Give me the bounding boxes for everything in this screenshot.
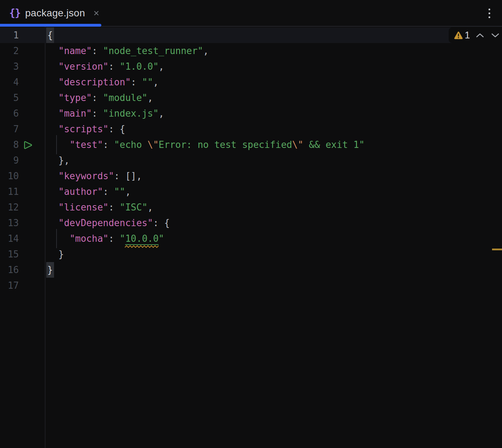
code-text[interactable]: "scripts": {: [47, 121, 125, 137]
inspection-widget: 1: [449, 27, 502, 43]
line-number[interactable]: 1: [0, 27, 19, 43]
warning-triangle-icon[interactable]: [454, 31, 463, 40]
line-number[interactable]: 4: [0, 74, 19, 90]
editor-line-17[interactable]: 17: [0, 278, 502, 293]
line-number[interactable]: 9: [0, 153, 19, 168]
line-number[interactable]: 11: [0, 184, 19, 199]
editor-line-15[interactable]: 15 }: [0, 246, 502, 262]
editor-line-11[interactable]: 11 "author": "",: [0, 184, 502, 199]
token-punct: :: [92, 46, 103, 56]
editor-line-5[interactable]: 5 "type": "module",: [0, 90, 502, 106]
token-ws: [47, 233, 70, 244]
json-file-icon: {}: [9, 8, 21, 18]
editor-line-12[interactable]: 12 "license": "ISC",: [0, 199, 502, 215]
token-esc: \": [148, 139, 159, 150]
run-script-icon[interactable]: [23, 139, 33, 155]
token-punct: :: [103, 139, 114, 150]
tab-close-icon[interactable]: [93, 10, 100, 17]
line-number[interactable]: 16: [0, 262, 19, 278]
token-punct: : [],: [114, 171, 142, 181]
token-punct: :: [108, 61, 119, 72]
code-text[interactable]: }: [47, 262, 54, 278]
code-text[interactable]: "license": "ISC",: [47, 199, 153, 215]
code-text[interactable]: },: [47, 153, 70, 168]
editor-line-16[interactable]: 16}: [0, 262, 502, 278]
line-number[interactable]: 7: [0, 121, 19, 137]
chevron-up-icon[interactable]: [476, 33, 484, 38]
token-str: ": [120, 233, 126, 244]
token-str: "": [114, 186, 125, 197]
scrollbar-warning-marker[interactable]: [492, 249, 502, 250]
code-text[interactable]: "name": "node_test_runner",: [47, 43, 209, 59]
token-key: "main": [58, 108, 92, 119]
line-number[interactable]: 12: [0, 199, 19, 215]
matched-bracket: {: [46, 27, 54, 43]
editor-line-10[interactable]: 10 "keywords": [],: [0, 168, 502, 184]
token-key: "keywords": [58, 171, 114, 181]
token-punct: :: [108, 233, 119, 244]
code-text[interactable]: "devDependencies": {: [47, 215, 170, 231]
editor-line-1[interactable]: 1{: [0, 27, 502, 43]
code-text[interactable]: "type": "module",: [47, 90, 153, 106]
editor-line-9[interactable]: 9 },: [0, 153, 502, 168]
token-str: "module": [103, 92, 148, 103]
line-number[interactable]: 2: [0, 43, 19, 59]
token-key: "description": [58, 77, 131, 87]
token-key: "name": [58, 46, 92, 56]
line-number[interactable]: 3: [0, 59, 19, 74]
tab-title: package.json: [25, 7, 85, 19]
token-str: "ISC": [120, 202, 148, 213]
token-key: "author": [58, 186, 103, 197]
line-number[interactable]: 13: [0, 215, 19, 231]
editor-line-3[interactable]: 3 "version": "1.0.0",: [0, 59, 502, 74]
token-ws: [47, 218, 58, 228]
code-text[interactable]: "description": "",: [47, 74, 159, 90]
chevron-down-icon[interactable]: [491, 33, 499, 38]
token-punct: :: [103, 186, 114, 197]
code-text[interactable]: "keywords": [],: [47, 168, 142, 184]
code-text[interactable]: "version": "1.0.0",: [47, 59, 164, 74]
token-punct: : {: [153, 218, 170, 228]
editor-line-6[interactable]: 6 "main": "index.js",: [0, 106, 502, 121]
code-text[interactable]: {: [47, 27, 54, 43]
token-key: "scripts": [58, 124, 108, 134]
editor-line-2[interactable]: 2 "name": "node_test_runner",: [0, 43, 502, 59]
editor-line-14[interactable]: 14 "mocha": "10.0.0": [0, 231, 502, 246]
code-text[interactable]: "mocha": "10.0.0": [47, 231, 164, 246]
editor-line-13[interactable]: 13 "devDependencies": {: [0, 215, 502, 231]
code-lines: 1{2 "name": "node_test_runner",3 "versio…: [0, 27, 502, 293]
token-punct: :: [92, 108, 103, 119]
line-number[interactable]: 15: [0, 246, 19, 262]
line-number[interactable]: 14: [0, 231, 19, 246]
token-esc: \": [292, 139, 303, 150]
warning-count[interactable]: 1: [465, 30, 470, 41]
code-text[interactable]: "main": "index.js",: [47, 106, 164, 121]
line-number[interactable]: 17: [0, 278, 19, 293]
line-number[interactable]: 5: [0, 90, 19, 106]
token-punct: ,: [148, 92, 153, 103]
token-ws: [47, 202, 58, 213]
line-number[interactable]: 8: [0, 137, 19, 153]
token-str: "1.0.0": [120, 61, 159, 72]
token-key: "mocha": [70, 233, 109, 244]
code-text[interactable]: "test": "echo \"Error: no test specified…: [47, 137, 364, 153]
token-punct: ,: [148, 202, 153, 213]
code-text[interactable]: "author": "",: [47, 184, 131, 199]
token-ws: [47, 108, 58, 119]
token-str: 10.0.0: [125, 233, 159, 245]
line-number[interactable]: 10: [0, 168, 19, 184]
token-ws: [47, 249, 58, 260]
tab-package-json[interactable]: {} package.json: [0, 0, 101, 26]
code-text[interactable]: }: [47, 246, 64, 262]
token-ws: [47, 46, 58, 56]
editor-line-7[interactable]: 7 "scripts": {: [0, 121, 502, 137]
token-ws: [47, 92, 58, 103]
code-editor[interactable]: 1{2 "name": "node_test_runner",3 "versio…: [0, 27, 502, 448]
editor-line-4[interactable]: 4 "description": "",: [0, 74, 502, 90]
token-punct: },: [58, 155, 69, 166]
line-number[interactable]: 6: [0, 106, 19, 121]
token-punct: ,: [203, 46, 209, 56]
kebab-menu-icon[interactable]: [486, 7, 493, 20]
token-ws: [47, 61, 58, 72]
editor-line-8[interactable]: 8 "test": "echo \"Error: no test specifi…: [0, 137, 502, 153]
